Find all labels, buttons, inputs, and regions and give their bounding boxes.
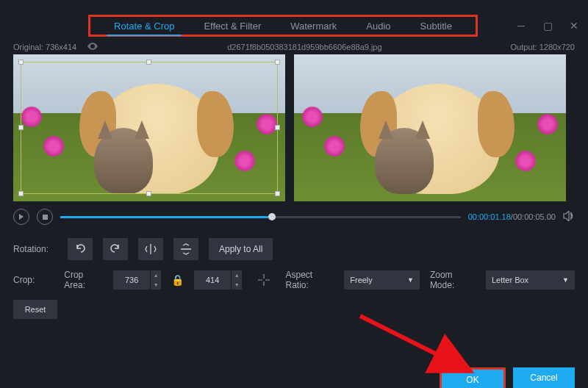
editor-window: ─ ▢ ✕ Rotate & Crop Effect & Filter Wate… (0, 15, 588, 388)
volume-icon[interactable] (563, 211, 575, 223)
preview-area (0, 54, 588, 201)
time-current: 00:00:01.18 (468, 212, 511, 221)
crop-height-spinner[interactable]: ▲▼ (232, 270, 242, 290)
original-dimensions: Original: 736x414 (13, 43, 76, 51)
eye-icon[interactable] (87, 43, 98, 51)
minimize-button[interactable]: ─ (514, 19, 528, 32)
ok-button[interactable]: OK (440, 367, 506, 388)
controls-panel: Rotation: Apply to All Crop: Crop Area: … (0, 232, 588, 334)
flip-horizontal-button[interactable] (138, 238, 163, 260)
crop-frame[interactable] (21, 62, 278, 194)
crop-handle-tr[interactable] (275, 60, 280, 65)
crop-handle-bm[interactable] (146, 191, 151, 196)
cancel-button[interactable]: Cancel (513, 367, 575, 388)
crop-label: Crop: (13, 275, 54, 285)
flip-vertical-button[interactable] (173, 238, 198, 260)
tab-effect-filter[interactable]: Effect & Filter (189, 21, 276, 32)
rotate-ccw-button[interactable] (68, 238, 93, 260)
rotation-label: Rotation: (13, 244, 57, 254)
crop-width-input[interactable]: 736 (113, 270, 150, 290)
titlebar: ─ ▢ ✕ (514, 19, 581, 32)
svg-rect-0 (43, 215, 48, 220)
chevron-down-icon: ▼ (562, 276, 569, 284)
output-preview (294, 54, 566, 201)
filename-label: d2671f8b050383181d959bb6606e88a9.jpg (227, 43, 381, 51)
crop-handle-br[interactable] (275, 191, 280, 196)
apply-to-all-button[interactable]: Apply to All (209, 238, 273, 260)
seek-slider[interactable] (60, 216, 461, 218)
crop-handle-bl[interactable] (18, 191, 24, 196)
play-button[interactable] (13, 209, 29, 225)
time-display: 00:00:01.18/00:00:05.00 (468, 212, 556, 221)
crop-handle-mr[interactable] (275, 125, 280, 130)
tab-subtitle[interactable]: Subtitle (406, 21, 467, 32)
zoom-mode-select[interactable]: Letter Box ▼ (486, 270, 575, 290)
aspect-ratio-select[interactable]: Freely ▼ (344, 270, 420, 290)
zoom-mode-label: Zoom Mode: (430, 270, 476, 290)
crop-handle-ml[interactable] (18, 125, 24, 130)
output-dimensions: Output: 1280x720 (511, 43, 575, 51)
time-total: 00:00:05.00 (513, 212, 556, 221)
lock-aspect-icon[interactable]: 🔒 (171, 274, 184, 286)
center-crop-button[interactable] (252, 269, 275, 291)
tab-audio[interactable]: Audio (351, 21, 405, 32)
close-button[interactable]: ✕ (567, 19, 581, 32)
tab-rotate-crop[interactable]: Rotate & Crop (99, 21, 189, 32)
crop-handle-tm[interactable] (146, 60, 151, 65)
crop-area-label: Crop Area: (64, 270, 103, 290)
rotate-cw-button[interactable] (103, 238, 128, 260)
crop-handle-tl[interactable] (18, 60, 24, 65)
stop-button[interactable] (37, 209, 53, 225)
tabs-bar: Rotate & Crop Effect & Filter Watermark … (88, 15, 478, 37)
reset-button[interactable]: Reset (13, 300, 57, 319)
playback-bar: 00:00:01.18/00:00:05.00 (0, 201, 588, 232)
footer-buttons: OK Cancel (440, 367, 575, 388)
maximize-button[interactable]: ▢ (541, 19, 554, 32)
original-preview[interactable] (13, 54, 285, 201)
aspect-ratio-value: Freely (350, 276, 373, 284)
zoom-mode-value: Letter Box (492, 276, 528, 284)
preview-image (294, 54, 566, 201)
aspect-ratio-label: Aspect Ratio: (285, 270, 334, 290)
chevron-down-icon: ▼ (407, 276, 414, 284)
seek-thumb[interactable] (268, 213, 276, 220)
tab-watermark[interactable]: Watermark (276, 21, 351, 32)
crop-width-spinner[interactable]: ▲▼ (151, 270, 161, 290)
info-bar: Original: 736x414 d2671f8b050383181d959b… (0, 37, 588, 54)
crop-height-input[interactable]: 414 (194, 270, 231, 290)
